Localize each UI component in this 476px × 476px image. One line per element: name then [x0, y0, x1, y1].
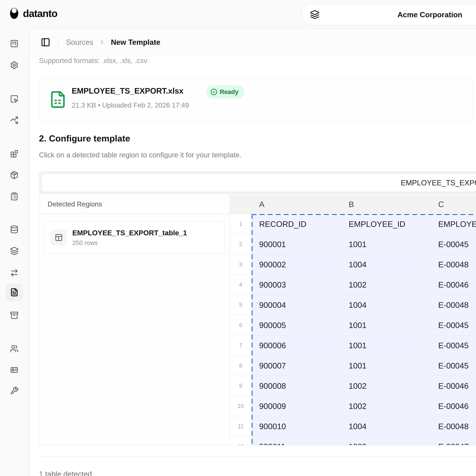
supported-formats-note: Supported formats: .xlsx, .xls, .csv [39, 56, 147, 65]
sheet-row: 89000071001E-00045 [230, 356, 476, 376]
select-area-icon [10, 95, 18, 103]
sidebar-item-package[interactable] [6, 167, 23, 184]
sidebar-item-layers[interactable] [6, 242, 23, 260]
cell-C12[interactable]: E-00047 [431, 437, 476, 445]
file-text-icon [10, 288, 18, 297]
spreadsheet-file-icon [49, 90, 67, 109]
row-number: 6 [230, 315, 252, 335]
sidebar-item-id-card[interactable] [6, 361, 23, 379]
region-card[interactable]: EMPLOYEE_TS_EXPORT_table_1 250 rows [44, 222, 225, 253]
sidebar-item-file-text[interactable] [6, 284, 23, 301]
status-badge-label: Ready [220, 88, 238, 96]
blocks-icon [10, 150, 18, 158]
sidebar-item-users[interactable] [6, 340, 23, 357]
org-switcher[interactable]: Acme Corporation [301, 4, 476, 25]
spreadsheet-preview[interactable]: ABCDE1RECORD_IDEMPLOYEE_IDEMPLOYEE_29000… [230, 194, 476, 445]
trending-icon [10, 116, 18, 124]
transfer-arrows-icon [10, 269, 18, 277]
cell-C6[interactable]: E-00045 [431, 315, 476, 335]
row-number: 7 [230, 335, 252, 356]
cell-C5[interactable]: E-00048 [431, 295, 476, 315]
column-header-A[interactable]: A [252, 194, 341, 214]
cell-B3[interactable]: 1004 [341, 255, 431, 275]
kanban-icon [10, 39, 18, 48]
sidebar-item-trending[interactable] [6, 112, 23, 129]
cell-C10[interactable]: E-00046 [431, 396, 476, 416]
sidebar-item-settings[interactable] [6, 56, 23, 74]
cell-C11[interactable]: E-00048 [431, 416, 476, 437]
column-header-B[interactable]: B [341, 194, 431, 214]
corner-cell [230, 194, 252, 214]
cell-A4[interactable]: 900003 [252, 275, 341, 295]
cell-B12[interactable]: 1003 [341, 437, 431, 445]
cell-A2[interactable]: 900001 [252, 234, 341, 255]
sidebar-item-archive[interactable] [6, 307, 23, 324]
clipboard-list-icon [10, 192, 18, 201]
row-number: 12 [230, 437, 252, 445]
cell-A6[interactable]: 900005 [252, 315, 341, 335]
sidebar-toggle-button[interactable] [41, 37, 50, 47]
sidebar-item-kanban[interactable] [6, 35, 23, 52]
breadcrumb-current: New Template [111, 38, 160, 47]
column-header-C[interactable]: C [431, 194, 476, 214]
sidebar-item-wrench[interactable] [6, 382, 23, 399]
row-number: 8 [230, 356, 252, 376]
cell-A3[interactable]: 900002 [252, 255, 341, 275]
cell-B9[interactable]: 1002 [341, 376, 431, 396]
cell-A7[interactable]: 900006 [252, 335, 341, 356]
cell-B5[interactable]: 1004 [341, 295, 431, 315]
sidebar-item-select-area[interactable] [6, 90, 23, 108]
sidebar-item-clipboard-list[interactable] [6, 188, 23, 205]
org-name: Acme Corporation [397, 10, 462, 19]
cell-A9[interactable]: 900008 [252, 376, 341, 396]
cell-A12[interactable]: 900011 [252, 437, 341, 445]
sheet-row: 79000061001E-00045 [230, 335, 476, 356]
detected-regions-title: Detected Regions [39, 194, 230, 214]
selection-border-left [252, 214, 253, 445]
app-window: datanto Acme Corporation Sources [0, 0, 476, 476]
sidebar-item-transfer-arrows[interactable] [6, 264, 23, 281]
row-number: 3 [230, 255, 252, 275]
logo-mark-icon [9, 6, 19, 20]
detected-regions-panel: Detected Regions EMPLOYEE_TS_EXPORT_tabl… [39, 194, 230, 445]
cell-B1[interactable]: EMPLOYEE_ID [341, 214, 431, 234]
sheet-row: 39000021004E-00048 [230, 255, 476, 275]
cell-B4[interactable]: 1002 [341, 275, 431, 295]
sheet-row: 59000041004E-00048 [230, 295, 476, 315]
cell-B8[interactable]: 1001 [341, 356, 431, 376]
cell-B7[interactable]: 1001 [341, 335, 431, 356]
cell-C8[interactable]: E-00045 [431, 356, 476, 376]
row-number: 9 [230, 376, 252, 396]
sheet-tab[interactable]: EMPLOYEE_TS_EXPORT [42, 174, 476, 192]
configure-subheading: Click on a detected table region to conf… [39, 151, 241, 159]
sheet-row: 29000011001E-00045 [230, 234, 476, 255]
database-icon [10, 225, 18, 234]
cell-A10[interactable]: 900009 [252, 396, 341, 416]
cell-C9[interactable]: E-00046 [431, 376, 476, 396]
sheet-row: 49000031002E-00046 [230, 275, 476, 295]
sidebar-item-database[interactable] [6, 221, 23, 238]
cell-C2[interactable]: E-00045 [431, 234, 476, 255]
cell-A8[interactable]: 900007 [252, 356, 341, 376]
layers-icon [310, 10, 320, 20]
cell-A11[interactable]: 900010 [252, 416, 341, 437]
cell-C7[interactable]: E-00045 [431, 335, 476, 356]
cell-B10[interactable]: 1002 [341, 396, 431, 416]
cell-B6[interactable]: 1001 [341, 315, 431, 335]
row-number: 11 [230, 416, 252, 437]
header-divider [58, 37, 58, 47]
sidebar-item-blocks[interactable] [6, 145, 23, 162]
cell-B2[interactable]: 1001 [341, 234, 431, 255]
cell-C4[interactable]: E-00046 [431, 275, 476, 295]
cell-C3[interactable]: E-00048 [431, 255, 476, 275]
sheet-column-header-row: ABCDE [230, 194, 476, 214]
breadcrumb-sources-link[interactable]: Sources [66, 38, 93, 47]
uploaded-file-card[interactable]: EMPLOYEE_TS_EXPORT.xlsx Ready 21.3 KB • … [39, 77, 473, 122]
cell-B11[interactable]: 1004 [341, 416, 431, 437]
settings-icon [10, 61, 18, 69]
cell-A5[interactable]: 900004 [252, 295, 341, 315]
cell-A1[interactable]: RECORD_ID [252, 214, 341, 234]
row-number: 1 [230, 214, 252, 234]
cell-C1[interactable]: EMPLOYEE_ [431, 214, 476, 234]
configure-heading: 2. Configure template [39, 133, 130, 144]
